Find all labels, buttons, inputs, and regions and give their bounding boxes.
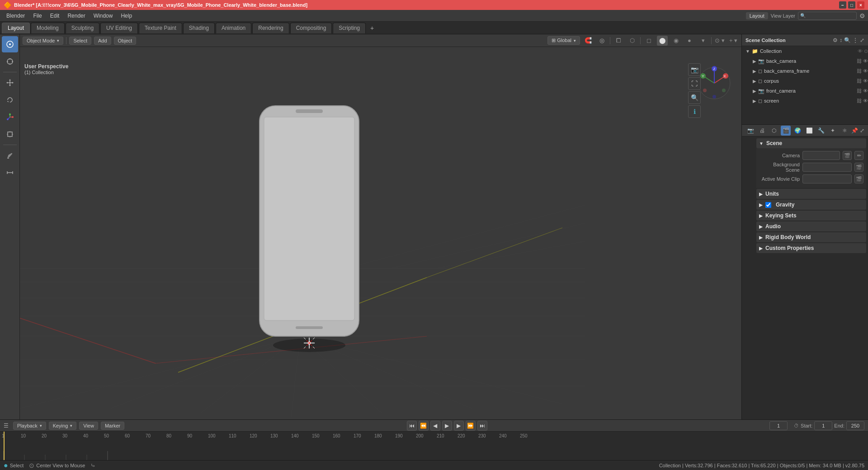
properties-pin-button[interactable]: 📌 (851, 127, 858, 134)
tab-layout[interactable]: Layout (2, 23, 30, 33)
render-region-button[interactable]: ⛶ (688, 77, 701, 90)
marker-menu[interactable]: Marker (101, 422, 124, 430)
bg-scene-browse-button[interactable]: 🎬 (854, 163, 863, 172)
outliner-options-button[interactable]: ⋮ (853, 37, 858, 43)
next-keyframe-button[interactable]: ⏩ (466, 421, 476, 431)
jump-start-button[interactable]: ⏮ (407, 421, 417, 431)
render-shading-button[interactable]: ● (684, 36, 695, 46)
collection-vis-icon[interactable]: 👁 (858, 48, 863, 54)
prev-keyframe-button[interactable]: ⏪ (419, 421, 429, 431)
wireframe-overlay-button[interactable]: ⧠ (613, 36, 624, 46)
prop-icon-world[interactable]: 🌍 (793, 126, 802, 136)
custom-props-section-header[interactable]: Custom Properties (756, 243, 866, 253)
solid-shading-button[interactable]: ⬤ (657, 36, 668, 46)
prop-icon-render[interactable]: 📷 (745, 126, 755, 136)
prop-icon-viewlayer[interactable]: ⬡ (769, 126, 779, 136)
tab-rendering[interactable]: Rendering (252, 23, 289, 33)
viewport-header-object[interactable]: Object (114, 37, 137, 45)
corpus-vis-icon[interactable]: 👁 (863, 78, 868, 84)
prop-icon-particles[interactable]: ✦ (828, 126, 838, 136)
play-button[interactable]: ▶ (442, 421, 452, 431)
bcf-vis-icon[interactable]: 👁 (863, 68, 868, 74)
outliner-item-front-camera[interactable]: ▶ 📷 front_camera ⛓ 👁 (742, 86, 868, 96)
filter-icon[interactable]: ⚙ (859, 12, 865, 19)
minimize-button[interactable]: − (839, 1, 846, 9)
prop-icon-modifier[interactable]: 🔧 (816, 126, 826, 136)
add-workspace-button[interactable]: + (367, 23, 377, 33)
measure-tool-button[interactable] (2, 164, 18, 181)
maximize-button[interactable]: □ (848, 1, 855, 9)
timeline-menu-icon[interactable]: ☰ (4, 423, 9, 429)
menu-render[interactable]: Render (64, 12, 89, 20)
start-frame-field[interactable]: 1 (814, 421, 832, 430)
movie-clip-browse-button[interactable]: 🎬 (854, 174, 863, 183)
properties-expand-button[interactable]: ⤢ (860, 127, 864, 134)
outliner-item-corpus[interactable]: ▶ ◻ corpus ⛓ 👁 (742, 76, 868, 86)
tab-sculpting[interactable]: Sculpting (66, 23, 99, 33)
gravity-checkbox[interactable] (765, 202, 771, 208)
gravity-section-header[interactable]: Gravity (756, 200, 866, 210)
scene-section-header[interactable]: Scene (756, 138, 866, 148)
screen-vis-icon[interactable]: 👁 (863, 98, 868, 103)
camera-prop-field[interactable] (802, 151, 840, 160)
fc-vis-icon[interactable]: 👁 (863, 88, 868, 94)
navigation-gizmo[interactable]: X Y Z (696, 65, 732, 101)
end-frame-field[interactable]: 250 (846, 421, 864, 430)
menu-window[interactable]: Window (90, 12, 117, 20)
object-mode-button[interactable]: Object Mode ▾ (23, 37, 63, 45)
tab-texture-paint[interactable]: Texture Paint (139, 23, 182, 33)
current-frame-field[interactable]: 1 (769, 421, 788, 430)
snap-button[interactable]: 🧲 (583, 36, 594, 46)
menu-file[interactable]: File (29, 12, 45, 20)
tab-compositing[interactable]: Compositing (290, 23, 332, 33)
keying-sets-section-header[interactable]: Keying Sets (756, 211, 866, 221)
audio-section-header[interactable]: Audio (756, 221, 866, 231)
overlays-button[interactable]: ⊙ ▾ (714, 36, 725, 46)
transform-tool-button[interactable] (2, 126, 18, 142)
rotate-tool-button[interactable] (2, 92, 18, 108)
view-menu[interactable]: View (79, 422, 98, 430)
outliner-item-back-camera-frame[interactable]: ▶ ◻ back_camera_frame ⛓ 👁 (742, 66, 868, 76)
collection-sel-icon[interactable]: ⊙ (864, 48, 868, 54)
annotate-tool-button[interactable] (2, 147, 18, 164)
outliner-search-button[interactable]: 🔍 (844, 37, 851, 43)
cursor-tool-button[interactable] (2, 53, 18, 70)
close-button[interactable]: × (857, 1, 864, 9)
gizmo-button[interactable]: + ▾ (728, 36, 739, 46)
scale-tool-button[interactable] (2, 109, 18, 125)
jump-end-button[interactable]: ⏭ (477, 421, 487, 431)
outliner-item-screen[interactable]: ▶ ◻ screen ⛓ 👁 (742, 96, 868, 106)
units-section-header[interactable]: Units (756, 189, 866, 199)
prev-frame-button[interactable]: ◀ (430, 421, 440, 431)
outliner-expand-button[interactable]: ⤢ (860, 37, 864, 43)
viewport[interactable]: Object Mode ▾ Select Add Object ⊞ Global… (20, 34, 741, 419)
prop-icon-physics[interactable]: ⚛ (840, 126, 849, 136)
fc-link-icon[interactable]: ⛓ (857, 88, 862, 94)
playback-menu[interactable]: Playback ▾ (13, 422, 46, 430)
select-tool-button[interactable] (2, 36, 18, 52)
tab-modeling[interactable]: Modeling (31, 23, 65, 33)
prop-icon-scene[interactable]: 🎬 (781, 126, 791, 136)
proportional-edit-button[interactable]: ◎ (596, 36, 607, 46)
camera-view-button[interactable]: 📷 (688, 63, 701, 76)
camera-edit-button[interactable]: ✏ (854, 151, 863, 160)
outliner-sort-button[interactable]: ↕ (840, 37, 842, 43)
timeline-ruler[interactable]: 1 10 20 30 40 50 60 70 80 90 100 110 120… (0, 432, 868, 460)
bg-scene-prop-field[interactable] (802, 163, 852, 172)
next-frame-button[interactable]: ▶ (454, 421, 464, 431)
movie-clip-prop-field[interactable] (802, 174, 852, 183)
wire-shading-button[interactable]: ◻ (643, 36, 654, 46)
prop-icon-object[interactable]: ⬜ (804, 126, 814, 136)
camera-browse-button[interactable]: 🎬 (843, 151, 852, 160)
outliner-item-collection[interactable]: ▼ 📁 Collection 👁 ⊙ (742, 46, 868, 56)
viewport-header-add[interactable]: Add (94, 37, 111, 45)
bc-vis-icon[interactable]: 👁 (863, 58, 868, 64)
corpus-link-icon[interactable]: ⛓ (857, 78, 862, 84)
keying-menu[interactable]: Keying ▾ (49, 422, 77, 430)
xray-button[interactable]: ⬡ (627, 36, 637, 46)
tab-shading[interactable]: Shading (183, 23, 215, 33)
fly-mode-button[interactable]: ℹ (688, 105, 701, 118)
menu-blender[interactable]: Blender (3, 12, 28, 20)
bcf-link-icon[interactable]: ⛓ (857, 68, 862, 74)
menu-edit[interactable]: Edit (47, 12, 63, 20)
